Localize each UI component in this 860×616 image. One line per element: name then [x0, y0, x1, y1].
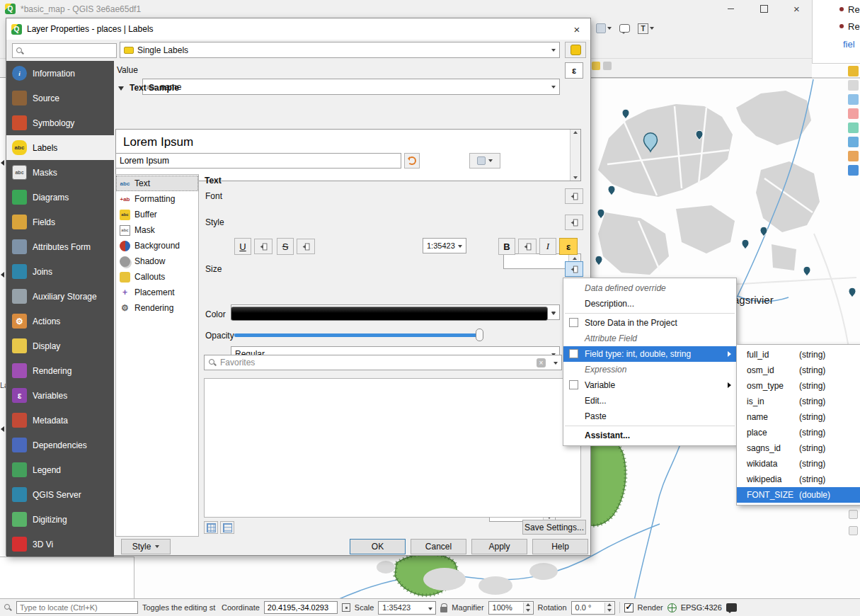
sidebar-item-dependencies[interactable]: Dependencies [6, 433, 114, 457]
submenu-item-osm-id[interactable]: osm_id(string) [737, 363, 860, 378]
sidebar-item-auxiliary-storage[interactable]: Auxiliary Storage [6, 284, 114, 309]
bold-button[interactable]: B [498, 238, 515, 255]
close-button[interactable] [781, 0, 813, 18]
panel-collapse-icon[interactable] [1, 426, 4, 432]
spinner-arrows[interactable] [523, 603, 532, 613]
menu-item-field-type[interactable]: Field type: int, double, string [563, 346, 736, 362]
dock-tab-icon[interactable] [848, 151, 859, 161]
sidebar-item-legend[interactable]: Legend [6, 457, 114, 482]
tab-placement[interactable]: Placement [116, 285, 198, 300]
bold-dd-button[interactable] [518, 239, 537, 254]
apply-button[interactable]: Apply [471, 539, 527, 554]
annotation-bubble-button[interactable] [617, 20, 632, 37]
italic-expression-button[interactable]: ε [559, 238, 578, 255]
collapse-triangle-icon[interactable] [118, 86, 124, 91]
submenu-item-osm-type[interactable]: osm_type(string) [737, 378, 860, 394]
sidebar-item-attributes-form[interactable]: Attributes Form [6, 234, 114, 259]
render-checkbox[interactable] [624, 603, 633, 612]
lock-icon[interactable] [440, 607, 447, 612]
preview-background-button[interactable] [469, 153, 500, 169]
rotation-spinbox[interactable]: 0.0 ° [571, 601, 615, 615]
menu-item-paste[interactable]: Paste [563, 409, 736, 424]
size-dd-button[interactable] [565, 261, 583, 277]
submenu-item-place[interactable]: place(string) [737, 425, 860, 440]
submenu-item-name[interactable]: name(string) [737, 409, 860, 425]
submenu-item-sagns-id[interactable]: sagns_id(string) [737, 440, 860, 456]
menu-item-store-data[interactable]: Store Data in the Project [563, 315, 736, 331]
submenu-item-wikidata[interactable]: wikidata(string) [737, 456, 860, 472]
dock-tab-icon[interactable] [848, 80, 859, 91]
menu-item-variable[interactable]: Variable [563, 377, 736, 393]
dock-tab-icon[interactable] [848, 66, 859, 76]
menu-item-assistant[interactable]: Assistant... [563, 428, 736, 443]
toolbar-icon[interactable] [603, 62, 612, 70]
toolbar-icon[interactable] [592, 62, 600, 70]
locate-input[interactable] [16, 601, 138, 614]
crs-icon[interactable] [667, 603, 677, 612]
submenu-item-wikipedia[interactable]: wikipedia(string) [737, 472, 860, 487]
dialog-search-box[interactable] [12, 43, 117, 58]
style-menu-button[interactable]: Style [121, 539, 171, 554]
submenu-item-full-id[interactable]: full_id(string) [737, 347, 860, 363]
map-decoration-icon[interactable] [849, 510, 858, 519]
tab-buffer[interactable]: Buffer [116, 207, 198, 222]
maximize-button[interactable] [748, 0, 780, 18]
map-tips-button[interactable] [594, 20, 614, 37]
font-dd-button[interactable] [565, 188, 583, 204]
sidebar-item-symbology[interactable]: Symbology [6, 110, 114, 135]
magnifier-combo[interactable]: 100% [488, 601, 534, 615]
extents-icon[interactable] [342, 603, 350, 612]
tab-formatting[interactable]: Formatting [116, 191, 198, 207]
opacity-slider[interactable] [234, 328, 483, 342]
style-dd-button[interactable] [565, 215, 583, 230]
text-annotation-button[interactable] [636, 20, 656, 37]
ok-button[interactable]: OK [350, 539, 406, 554]
tab-background[interactable]: Background [116, 238, 198, 253]
sidebar-item-information[interactable]: Information [6, 61, 114, 86]
minimize-button[interactable] [715, 0, 747, 18]
sidebar-item-diagrams[interactable]: Diagrams [6, 185, 114, 210]
color-dropdown-icon[interactable] [551, 312, 556, 315]
sidebar-item-digitizing[interactable]: Digitizing [6, 507, 114, 532]
sidebar-item-rendering[interactable]: Rendering [6, 358, 114, 383]
checkbox-icon[interactable] [569, 318, 578, 327]
scale-combo[interactable]: 1:35423 [378, 601, 436, 615]
sample-text-input[interactable] [115, 153, 401, 169]
auto-placement-settings-button[interactable] [565, 42, 586, 58]
sidebar-item-metadata[interactable]: Metadata [6, 408, 114, 433]
sidebar-item-source[interactable]: Source [6, 86, 114, 110]
grid-view-button[interactable] [204, 521, 218, 534]
checkbox-icon[interactable] [569, 349, 578, 358]
dock-tab-icon[interactable] [848, 94, 859, 105]
dock-tab-icon[interactable] [848, 108, 859, 119]
list-view-button[interactable] [220, 521, 234, 534]
sidebar-item-actions[interactable]: Actions [6, 309, 114, 333]
labels-mode-combo[interactable]: Single Labels [120, 42, 560, 58]
help-button[interactable]: Help [532, 539, 588, 554]
coordinate-input[interactable] [264, 601, 338, 614]
cancel-button[interactable]: Cancel [411, 539, 466, 554]
slider-handle[interactable] [476, 329, 483, 341]
dialog-close-button[interactable] [565, 18, 589, 40]
tab-text[interactable]: Text [116, 176, 198, 191]
text-styles-area[interactable] [204, 378, 581, 518]
sidebar-item-variables[interactable]: Variables [6, 383, 114, 408]
tab-rendering[interactable]: Rendering [116, 300, 198, 316]
dock-tab-icon[interactable] [848, 165, 859, 176]
preview-scrollbar[interactable] [570, 130, 580, 181]
dock-tab-icon[interactable] [848, 137, 859, 147]
panel-collapse-icon[interactable] [1, 272, 4, 278]
spinner-arrows[interactable] [604, 603, 614, 613]
tab-shadow[interactable]: Shadow [116, 253, 198, 269]
sidebar-item-qgis-server[interactable]: QGIS Server [6, 482, 114, 507]
italic-button[interactable]: I [539, 238, 556, 255]
checkbox-icon[interactable] [569, 380, 578, 389]
underline-dd-button[interactable] [254, 239, 273, 254]
sidebar-item-display[interactable]: Display [6, 333, 114, 358]
underline-button[interactable]: U [234, 238, 251, 255]
expression-builder-button[interactable]: ε [565, 62, 583, 79]
sample-scale-combo[interactable]: 1:35423 [423, 238, 466, 253]
menu-item-edit[interactable]: Edit... [563, 393, 736, 409]
save-settings-button[interactable]: Save Settings... [522, 520, 586, 535]
tab-callouts[interactable]: Callouts [116, 269, 198, 285]
